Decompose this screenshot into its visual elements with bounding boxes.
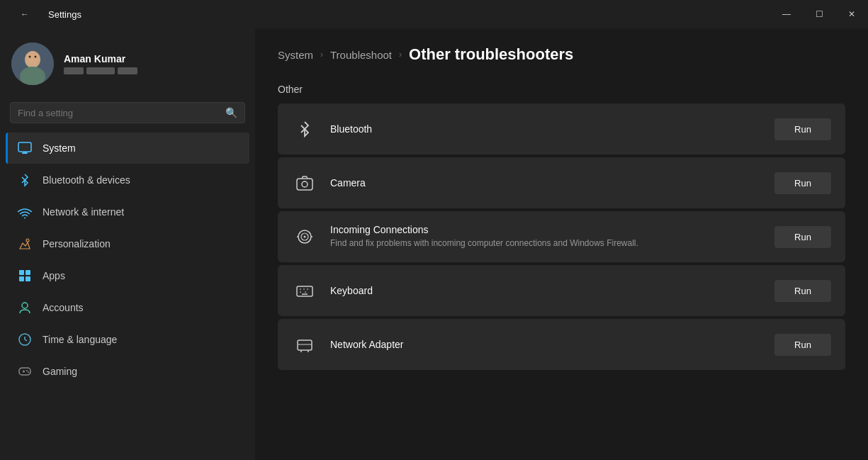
- sidebar: Aman Kumar 🔍 SystemBluetooth & devicesNe…: [0, 28, 255, 460]
- main-layout: Aman Kumar 🔍 SystemBluetooth & devicesNe…: [0, 28, 868, 460]
- network-adapter-run-button[interactable]: Run: [774, 334, 831, 356]
- svg-rect-24: [297, 179, 312, 190]
- svg-point-23: [28, 371, 29, 373]
- sidebar-item-time[interactable]: Time & language: [6, 324, 249, 355]
- svg-point-10: [26, 239, 29, 242]
- bluetooth-run-button[interactable]: Run: [774, 118, 831, 140]
- network-adapter-icon: [292, 332, 317, 357]
- accounts-nav-icon: [17, 300, 33, 315]
- sidebar-item-system[interactable]: System: [6, 133, 249, 164]
- network-nav-icon: [17, 204, 33, 220]
- sidebar-item-network[interactable]: Network & internet: [6, 196, 249, 228]
- avatar: [11, 43, 54, 85]
- camera-icon: [292, 170, 317, 196]
- svg-point-4: [29, 56, 31, 58]
- titlebar: ← Settings — ☐ ✕: [0, 0, 868, 28]
- search-icon: 🔍: [225, 107, 237, 118]
- sidebar-item-label-apps: Apps: [43, 270, 65, 281]
- sidebar-item-bluetooth[interactable]: Bluetooth & devices: [6, 164, 249, 196]
- maximize-button[interactable]: ☐: [803, 3, 835, 26]
- apps-nav-icon: [17, 268, 33, 284]
- gaming-nav-icon: [17, 364, 33, 379]
- svg-rect-14: [26, 276, 30, 281]
- user-dots: [64, 67, 137, 74]
- sidebar-item-label-network: Network & internet: [43, 206, 124, 218]
- user-info: Aman Kumar: [64, 53, 137, 74]
- sidebar-item-label-gaming: Gaming: [43, 366, 77, 377]
- incoming-connections-title: Incoming Connections: [330, 224, 762, 235]
- dot1: [64, 67, 84, 74]
- search-box[interactable]: 🔍: [10, 102, 245, 123]
- svg-point-25: [302, 181, 308, 187]
- camera-title: Camera: [330, 177, 762, 189]
- bluetooth-nav-icon: [17, 172, 33, 188]
- breadcrumb-system[interactable]: System: [278, 49, 313, 61]
- troubleshooter-list: BluetoothRunCameraRunIncoming Connection…: [278, 103, 845, 370]
- troubleshooter-item-camera: CameraRun: [278, 157, 845, 208]
- bluetooth-info: Bluetooth: [330, 123, 762, 135]
- content-area: System › Troubleshoot › Other troublesho…: [255, 28, 868, 460]
- breadcrumb-current: Other troubleshooters: [409, 45, 573, 64]
- back-button[interactable]: ←: [9, 3, 41, 26]
- troubleshooter-item-bluetooth: BluetoothRun: [278, 103, 845, 155]
- svg-point-5: [35, 56, 37, 58]
- sidebar-item-label-system: System: [43, 142, 76, 154]
- svg-point-9: [24, 218, 26, 219]
- keyboard-run-button[interactable]: Run: [774, 280, 831, 302]
- incoming-connections-description: Find and fix problems with incoming comp…: [330, 237, 762, 249]
- user-section: Aman Kumar: [0, 28, 255, 96]
- minimize-button[interactable]: —: [770, 3, 803, 26]
- dot2: [86, 67, 115, 74]
- svg-rect-6: [18, 142, 31, 152]
- sidebar-item-label-personalization: Personalization: [43, 238, 111, 249]
- keyboard-title: Keyboard: [330, 285, 762, 296]
- dot3: [118, 67, 137, 74]
- incoming-connections-icon: [292, 224, 317, 249]
- search-input[interactable]: [18, 108, 220, 118]
- sidebar-item-accounts[interactable]: Accounts: [6, 292, 249, 323]
- svg-point-3: [26, 51, 39, 65]
- camera-info: Camera: [330, 177, 762, 189]
- user-name: Aman Kumar: [64, 53, 137, 64]
- sidebar-item-gaming[interactable]: Gaming: [6, 356, 249, 387]
- sidebar-item-label-bluetooth: Bluetooth & devices: [43, 174, 130, 186]
- sidebar-item-apps[interactable]: Apps: [6, 260, 249, 291]
- system-nav-icon: [17, 140, 33, 156]
- network-adapter-info: Network Adapter: [330, 339, 762, 350]
- app-title: Settings: [48, 9, 81, 20]
- window-controls: — ☐ ✕: [770, 3, 868, 26]
- incoming-connections-info: Incoming ConnectionsFind and fix problem…: [330, 224, 762, 249]
- network-adapter-title: Network Adapter: [330, 339, 762, 350]
- svg-point-15: [22, 303, 28, 308]
- svg-point-22: [26, 370, 28, 371]
- svg-line-18: [25, 340, 27, 341]
- troubleshooter-item-network-adapter: Network AdapterRun: [278, 319, 845, 370]
- troubleshooter-item-keyboard: KeyboardRun: [278, 265, 845, 316]
- camera-run-button[interactable]: Run: [774, 172, 831, 194]
- breadcrumb: System › Troubleshoot › Other troublesho…: [278, 45, 845, 64]
- close-button[interactable]: ✕: [835, 3, 868, 26]
- avatar-image: [11, 43, 54, 85]
- keyboard-info: Keyboard: [330, 285, 762, 296]
- nav-items: SystemBluetooth & devicesNetwork & inter…: [0, 132, 255, 453]
- bluetooth-icon: [292, 116, 317, 142]
- sidebar-item-label-time: Time & language: [43, 334, 117, 345]
- breadcrumb-sep-2: ›: [399, 50, 402, 60]
- titlebar-left: ← Settings: [9, 3, 81, 26]
- sidebar-item-label-accounts: Accounts: [43, 302, 84, 313]
- personalization-nav-icon: [17, 236, 33, 252]
- section-label: Other: [278, 84, 845, 95]
- incoming-connections-run-button[interactable]: Run: [774, 226, 831, 248]
- troubleshooter-item-incoming-connections: Incoming ConnectionsFind and fix problem…: [278, 211, 845, 262]
- svg-rect-31: [297, 286, 312, 296]
- svg-rect-38: [298, 340, 312, 350]
- svg-rect-11: [19, 270, 24, 275]
- time-nav-icon: [17, 332, 33, 347]
- sidebar-item-personalization[interactable]: Personalization: [6, 228, 249, 259]
- keyboard-icon: [292, 278, 317, 303]
- search-container: 🔍: [0, 96, 255, 132]
- breadcrumb-troubleshoot[interactable]: Troubleshoot: [330, 49, 392, 61]
- svg-rect-12: [26, 270, 30, 275]
- svg-rect-13: [19, 276, 24, 281]
- breadcrumb-sep-1: ›: [320, 50, 323, 60]
